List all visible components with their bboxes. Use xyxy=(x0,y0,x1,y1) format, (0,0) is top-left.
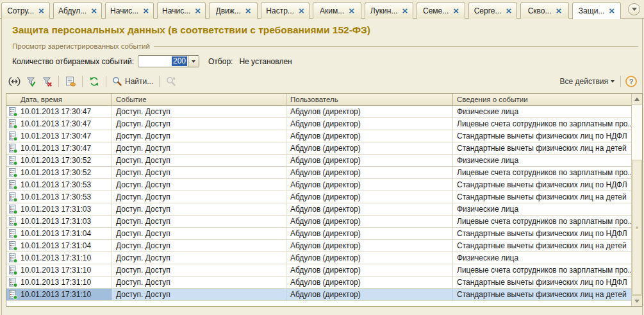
toolbar-separator xyxy=(620,76,621,87)
table-row[interactable]: 10.01.2013 17:31:10 Доступ. Доступ Абдул… xyxy=(6,264,631,277)
clear-filter-button[interactable] xyxy=(40,74,54,89)
close-icon[interactable]: × xyxy=(453,8,459,14)
datetime-text: 10.01.2013 17:30:47 xyxy=(21,144,91,153)
cell-user: Абдулов (директор) xyxy=(286,252,453,264)
close-icon[interactable]: × xyxy=(143,8,149,14)
set-period-button[interactable] xyxy=(7,74,22,89)
events-count-text: 200 xyxy=(138,56,188,67)
set-filter-button[interactable] xyxy=(24,74,38,89)
cell-datetime: 10.01.2013 17:30:53 xyxy=(6,191,112,203)
tab-9[interactable]: Семе... × xyxy=(417,2,465,19)
close-icon[interactable]: × xyxy=(299,8,304,14)
refresh-icon xyxy=(89,76,99,87)
cell-event: Доступ. Доступ xyxy=(112,240,286,251)
cell-datetime: 10.01.2013 17:31:03 xyxy=(6,216,112,227)
table-row[interactable]: 10.01.2013 17:30:53 Доступ. Доступ Абдул… xyxy=(6,179,631,191)
refresh-button[interactable] xyxy=(87,74,101,89)
scroll-up-button[interactable] xyxy=(632,94,642,105)
close-icon[interactable]: × xyxy=(506,8,512,14)
cell-datetime: 10.01.2013 17:31:10 xyxy=(6,252,112,264)
events-count-input[interactable]: 200 xyxy=(138,55,199,67)
event-record-icon xyxy=(8,217,18,226)
cell-user: Абдулов (директор) xyxy=(286,130,453,142)
tab-5[interactable]: Движ... × xyxy=(209,2,258,19)
close-icon[interactable]: × xyxy=(556,8,562,14)
find-button[interactable]: Найти... xyxy=(111,74,154,89)
tab-label: Аким... xyxy=(320,6,344,15)
tab-7[interactable]: Аким... × xyxy=(313,2,361,19)
table-row[interactable]: 10.01.2013 17:31:03 Доступ. Доступ Абдул… xyxy=(6,216,631,228)
scrollbar-track[interactable] xyxy=(632,105,642,295)
column-header-event[interactable]: Событие xyxy=(112,94,286,105)
tab-label: Начис... xyxy=(110,6,138,15)
events-toolbar: Найти... Все действия ? xyxy=(7,73,637,90)
scroll-down-button[interactable] xyxy=(632,295,642,306)
table-row[interactable]: 10.01.2013 17:30:52 Доступ. Доступ Абдул… xyxy=(6,167,631,179)
datetime-text: 10.01.2013 17:30:47 xyxy=(21,119,91,128)
tab-11[interactable]: Скво... × xyxy=(520,2,569,19)
table-row[interactable]: 10.01.2013 17:30:53 Доступ. Доступ Абдул… xyxy=(6,191,631,203)
close-icon[interactable]: × xyxy=(402,8,408,14)
tab-6[interactable]: Настр... × xyxy=(261,2,310,19)
column-header-datetime[interactable]: Дата, время xyxy=(6,94,112,105)
close-icon[interactable]: × xyxy=(91,8,97,14)
cell-details: Стандартные вычеты физических лиц по НДФ… xyxy=(453,228,631,239)
close-icon[interactable]: × xyxy=(609,8,615,14)
tab-overflow-button[interactable] xyxy=(628,3,640,15)
tab-3[interactable]: Начис... × xyxy=(105,2,154,19)
cell-datetime: 10.01.2013 17:30:47 xyxy=(6,142,112,154)
datetime-text: 10.01.2013 17:31:10 xyxy=(21,266,91,275)
all-actions-button[interactable]: Все действия xyxy=(559,74,616,89)
close-icon[interactable]: × xyxy=(38,8,44,14)
triangle-up-icon xyxy=(634,98,640,101)
table-row[interactable]: 10.01.2013 17:30:47 Доступ. Доступ Абдул… xyxy=(6,118,631,130)
events-count-dropdown-button[interactable] xyxy=(188,56,199,67)
chevron-down-icon xyxy=(192,60,195,63)
table-row[interactable]: 10.01.2013 17:30:52 Доступ. Доступ Абдул… xyxy=(6,155,631,167)
filter-params-row: Количество отбираемых событий: 200 Отбор… xyxy=(12,55,292,67)
table-row[interactable]: 10.01.2013 17:31:10 Доступ. Доступ Абдул… xyxy=(6,289,631,301)
filter-value: Не установлен xyxy=(239,57,292,66)
filter-settings-button[interactable] xyxy=(63,74,78,89)
events-table: Дата, время Событие Пользователь Сведени… xyxy=(6,93,643,307)
table-row[interactable]: 10.01.2013 17:30:47 Доступ. Доступ Абдул… xyxy=(6,142,631,155)
cell-datetime: 10.01.2013 17:30:53 xyxy=(6,179,112,191)
events-count-label: Количество отбираемых событий: xyxy=(12,57,134,66)
close-icon[interactable]: × xyxy=(195,8,201,14)
cell-event: Доступ. Доступ xyxy=(112,252,286,264)
tab-4[interactable]: Начис... × xyxy=(157,2,206,19)
column-header-user[interactable]: Пользователь xyxy=(286,94,453,105)
help-icon: ? xyxy=(629,78,634,85)
table-row[interactable]: 10.01.2013 17:31:04 Доступ. Доступ Абдул… xyxy=(6,240,631,252)
tab-10[interactable]: Серге... × xyxy=(468,2,517,19)
tab-12[interactable]: Защи... × xyxy=(572,2,621,19)
table-row[interactable]: 10.01.2013 17:31:03 Доступ. Доступ Абдул… xyxy=(6,203,631,216)
tab-2[interactable]: Абдул... × xyxy=(53,2,102,19)
cell-event: Доступ. Доступ xyxy=(112,179,286,191)
table-row[interactable]: 10.01.2013 17:30:47 Доступ. Доступ Абдул… xyxy=(6,106,631,118)
group-caption-label: Просмотр зарегистрированных событий xyxy=(12,42,150,50)
event-record-icon xyxy=(8,290,18,300)
help-button[interactable]: ? xyxy=(625,76,637,87)
scrollbar-thumb[interactable] xyxy=(632,160,642,295)
vertical-scrollbar[interactable] xyxy=(631,94,642,306)
find-button-label: Найти... xyxy=(125,77,153,86)
column-header-details[interactable]: Сведения о событии xyxy=(453,94,631,105)
cell-event: Доступ. Доступ xyxy=(112,264,286,276)
table-row[interactable]: 10.01.2013 17:31:10 Доступ. Доступ Абдул… xyxy=(6,277,631,289)
tab-1[interactable]: Сотру... × xyxy=(1,2,50,19)
table-row[interactable]: 10.01.2013 17:31:10 Доступ. Доступ Абдул… xyxy=(6,252,631,264)
cancel-find-button[interactable] xyxy=(164,74,178,89)
triangle-down-icon xyxy=(634,300,640,303)
events-count-value: 200 xyxy=(172,56,187,66)
cell-details: Физические лица xyxy=(453,252,631,264)
cell-datetime: 10.01.2013 17:30:52 xyxy=(6,155,112,166)
events-table-header: Дата, время Событие Пользователь Сведени… xyxy=(6,94,631,106)
table-row[interactable]: 10.01.2013 17:30:47 Доступ. Доступ Абдул… xyxy=(6,130,631,142)
cell-user: Абдулов (директор) xyxy=(286,203,453,215)
close-icon[interactable]: × xyxy=(245,8,251,14)
close-icon[interactable]: × xyxy=(349,8,354,14)
cell-event: Доступ. Доступ xyxy=(112,167,286,178)
table-row[interactable]: 10.01.2013 17:31:04 Доступ. Доступ Абдул… xyxy=(6,228,631,240)
tab-8[interactable]: Лукин... × xyxy=(365,2,413,19)
